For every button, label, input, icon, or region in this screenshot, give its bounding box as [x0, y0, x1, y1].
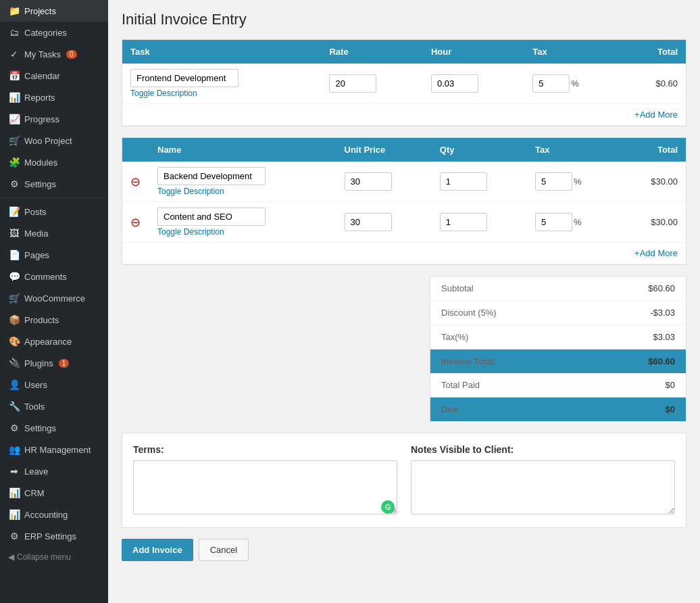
products-price-input-1[interactable]	[345, 213, 392, 231]
total-paid-value: $0	[584, 373, 686, 397]
summary-due-row: Due $0	[430, 397, 686, 422]
hours-tax-input-0[interactable]	[532, 74, 570, 93]
terms-label: Terms:	[133, 444, 397, 455]
tax-label: Tax(%)	[430, 325, 584, 349]
sidebar-item-products[interactable]: 📦Products	[0, 309, 108, 331]
products-qty-input-0[interactable]	[440, 172, 487, 191]
sidebar-item-modules[interactable]: 🧩Modules	[0, 151, 108, 173]
discount-value: -$3.03	[584, 301, 686, 325]
hours-col-total: Total	[624, 40, 686, 64]
sidebar-label-products: Products	[24, 315, 59, 325]
remove-row-button-1[interactable]: ⊖	[130, 216, 141, 228]
sidebar-item-calendar[interactable]: 📅Calendar	[0, 65, 108, 87]
summary-tax-row: Tax(%) $3.03	[430, 325, 686, 349]
due-label: Due	[430, 397, 584, 422]
total-paid-label: Total Paid	[430, 373, 584, 397]
sidebar-label-posts: Posts	[24, 207, 47, 217]
add-invoice-button[interactable]: Add Invoice	[122, 539, 193, 561]
hours-hour-cell-0	[423, 64, 524, 104]
products-col-tax: Tax	[527, 138, 621, 162]
cancel-button[interactable]: Cancel	[199, 539, 249, 561]
sidebar-label-users: Users	[24, 380, 47, 390]
sidebar-label-woo-project: Woo Project	[24, 136, 72, 146]
sidebar-item-comments[interactable]: 💬Comments	[0, 266, 108, 287]
products-qty-input-1[interactable]	[440, 213, 487, 231]
remove-row-button-0[interactable]: ⊖	[130, 176, 141, 188]
products-qty-cell-0	[432, 162, 527, 202]
products-name-input-1[interactable]	[157, 208, 266, 226]
products-remove-cell-1: ⊖	[122, 202, 149, 243]
users-icon: 👤	[8, 379, 20, 390]
percent-sign-0: %	[571, 78, 579, 89]
table-row: Toggle Description % $0.60	[122, 64, 686, 104]
discount-label: Discount (5%)	[430, 301, 584, 325]
sidebar-label-settings: Settings	[24, 179, 56, 189]
plugins-icon: 🔌	[8, 358, 20, 368]
sidebar-item-hr-management[interactable]: 👥HR Management	[0, 439, 108, 460]
products-total-cell-0: $30.00	[621, 162, 686, 202]
hours-rate-input-0[interactable]	[329, 74, 376, 93]
products-tax-input-1[interactable]	[535, 213, 572, 231]
hours-total-cell-0: $0.60	[624, 64, 686, 104]
hours-task-input-0[interactable]	[130, 69, 239, 87]
media-icon: 🖼	[8, 228, 20, 239]
invoice-total-label: Invoice Total	[430, 349, 584, 374]
sidebar-item-projects[interactable]: 📁Projects	[0, 0, 108, 22]
sidebar-item-pages[interactable]: 📄Pages	[0, 244, 108, 266]
sidebar-item-settings-wp[interactable]: ⚙Settings	[0, 417, 108, 439]
products-add-more-link[interactable]: +Add More	[634, 248, 678, 258]
sidebar-item-users[interactable]: 👤Users	[0, 374, 108, 395]
sidebar-item-settings[interactable]: ⚙Settings	[0, 173, 108, 195]
sidebar-label-categories: Categories	[24, 28, 67, 38]
hours-rate-cell-0	[321, 64, 422, 104]
hours-table-header: Task Rate Hour Tax Total	[122, 40, 686, 64]
products-total-cell-1: $30.00	[621, 202, 686, 243]
sidebar-item-leave[interactable]: ➡Leave	[0, 460, 108, 482]
sidebar-label-erp-settings: ERP Settings	[24, 531, 76, 541]
notes-textarea[interactable]	[411, 460, 675, 514]
page-title: Initial Invoice Entry	[122, 11, 686, 28]
sidebar-item-reports[interactable]: 📊Reports	[0, 87, 108, 108]
hours-task-cell-0: Toggle Description	[122, 64, 321, 104]
products-price-input-0[interactable]	[345, 172, 392, 191]
pages-icon: 📄	[8, 249, 20, 260]
sidebar-item-categories[interactable]: 🗂Categories	[0, 22, 108, 43]
sidebar-item-accounting[interactable]: 📊Accounting	[0, 504, 108, 525]
hours-hour-input-0[interactable]	[431, 74, 478, 93]
products-name-input-0[interactable]	[157, 167, 266, 185]
summary-table: Subtotal $60.60 Discount (5%) -$3.03 Tax…	[430, 276, 686, 421]
products-remove-cell-0: ⊖	[122, 162, 149, 202]
sidebar-label-woocommerce: WooCommerce	[24, 293, 85, 304]
sidebar-item-progress[interactable]: 📈Progress	[0, 108, 108, 130]
sidebar-label-reports: Reports	[24, 93, 55, 103]
sidebar-item-posts[interactable]: 📝Posts	[0, 201, 108, 222]
projects-icon: 📁	[8, 5, 20, 16]
products-toggle-desc-0[interactable]: Toggle Description	[157, 187, 328, 196]
products-toggle-desc-1[interactable]: Toggle Description	[157, 227, 328, 237]
leave-icon: ➡	[8, 466, 20, 477]
sidebar-item-media[interactable]: 🖼Media	[0, 222, 108, 244]
products-col-remove	[122, 138, 149, 162]
products-tax-input-0[interactable]	[535, 172, 572, 191]
table-row: ⊖ Toggle Description % $30.00	[122, 202, 686, 243]
sidebar-item-woo-project[interactable]: 🛒Woo Project	[0, 130, 108, 151]
products-col-name: Name	[149, 138, 336, 162]
sidebar-item-tools[interactable]: 🔧Tools	[0, 395, 108, 417]
hours-add-more-link[interactable]: +Add More	[634, 110, 678, 120]
collapse-menu[interactable]: ◀ Collapse menu	[0, 547, 108, 567]
sidebar-item-my-tasks[interactable]: ✓My Tasks0	[0, 43, 108, 65]
sidebar-item-crm[interactable]: 📊CRM	[0, 482, 108, 504]
sidebar-item-erp-settings[interactable]: ⚙ERP Settings	[0, 525, 108, 547]
products-percent-1: %	[574, 217, 582, 227]
appearance-icon: 🎨	[8, 336, 20, 347]
sidebar-item-woocommerce[interactable]: 🛒WooCommerce	[0, 287, 108, 309]
terms-textarea[interactable]	[133, 460, 397, 514]
sidebar-item-appearance[interactable]: 🎨Appearance	[0, 331, 108, 352]
products-table-section: Name Unit Price Qty Tax Total ⊖ Toggle D…	[122, 137, 686, 265]
sidebar-label-modules: Modules	[24, 158, 57, 168]
summary-wrapper: Subtotal $60.60 Discount (5%) -$3.03 Tax…	[122, 276, 686, 422]
hours-toggle-desc-0[interactable]: Toggle Description	[130, 89, 313, 98]
products-icon: 📦	[8, 314, 20, 325]
sidebar-item-plugins[interactable]: 🔌Plugins1	[0, 352, 108, 374]
hours-col-tax: Tax	[524, 40, 624, 64]
